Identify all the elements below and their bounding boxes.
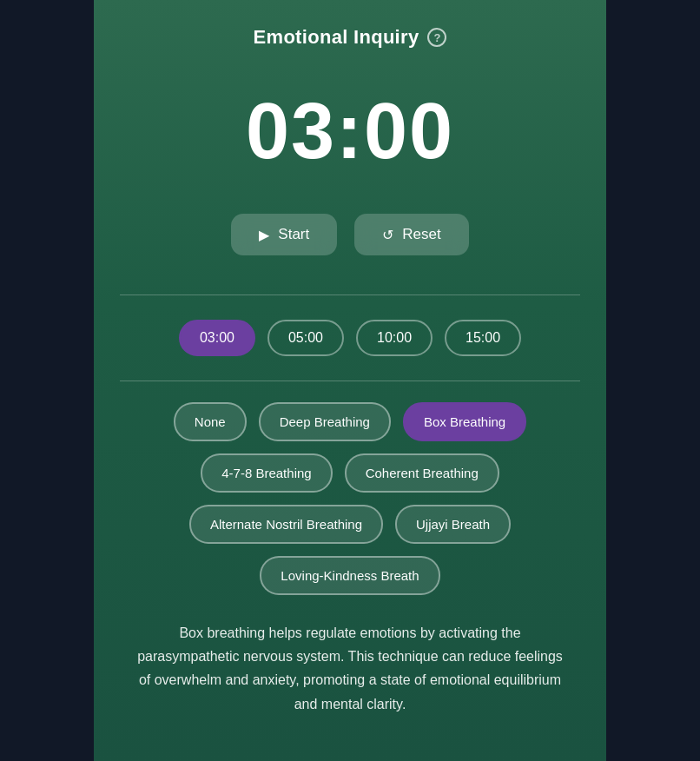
help-icon[interactable]: ?	[427, 28, 446, 47]
time-option-btn[interactable]: 10:00	[356, 320, 433, 356]
breathing-option-btn[interactable]: Coherent Breathing	[345, 453, 499, 493]
breathing-option-btn[interactable]: Alternate Nostril Breathing	[189, 505, 383, 544]
breathing-row: Loving-Kindness Breath	[260, 556, 439, 595]
breathing-option-btn[interactable]: Deep Breathing	[259, 402, 391, 441]
breathing-row: 4-7-8 BreathingCoherent Breathing	[201, 453, 499, 493]
divider-1	[120, 294, 580, 295]
breathing-option-btn[interactable]: 4-7-8 Breathing	[201, 453, 332, 493]
divider-2	[120, 380, 580, 381]
reset-button[interactable]: ↺ Reset	[354, 214, 468, 255]
breathing-option-btn[interactable]: Box Breathing	[403, 402, 526, 441]
breathing-options: NoneDeep BreathingBox Breathing4-7-8 Bre…	[120, 402, 580, 595]
breathing-row: Alternate Nostril BreathingUjjayi Breath	[189, 505, 511, 544]
breathing-row: NoneDeep BreathingBox Breathing	[174, 402, 526, 441]
play-icon: ▶	[259, 227, 269, 243]
controls: ▶ Start ↺ Reset	[231, 214, 468, 255]
right-sidebar	[604, 0, 700, 761]
start-button[interactable]: ▶ Start	[231, 214, 337, 255]
time-option-btn[interactable]: 15:00	[445, 320, 521, 356]
time-option-btn[interactable]: 05:00	[267, 320, 344, 356]
outer-container: Emotional Inquiry ? 03:00 ▶ Start ↺ Rese…	[0, 0, 700, 761]
breathing-option-btn[interactable]: Loving-Kindness Breath	[260, 556, 439, 595]
left-sidebar	[0, 0, 96, 761]
breathing-option-btn[interactable]: None	[174, 402, 247, 441]
reset-icon: ↺	[382, 227, 393, 243]
start-label: Start	[278, 226, 309, 243]
reset-label: Reset	[402, 226, 440, 243]
header: Emotional Inquiry ?	[254, 26, 447, 49]
time-options: 03:0005:0010:0015:00	[179, 320, 521, 356]
description-text: Box breathing helps regulate emotions by…	[129, 621, 571, 716]
breathing-option-btn[interactable]: Ujjayi Breath	[395, 505, 511, 544]
time-option-btn[interactable]: 03:00	[179, 320, 255, 356]
timer-display: 03:00	[246, 92, 454, 170]
main-panel: Emotional Inquiry ? 03:00 ▶ Start ↺ Rese…	[94, 0, 606, 761]
page-title: Emotional Inquiry	[254, 26, 419, 49]
